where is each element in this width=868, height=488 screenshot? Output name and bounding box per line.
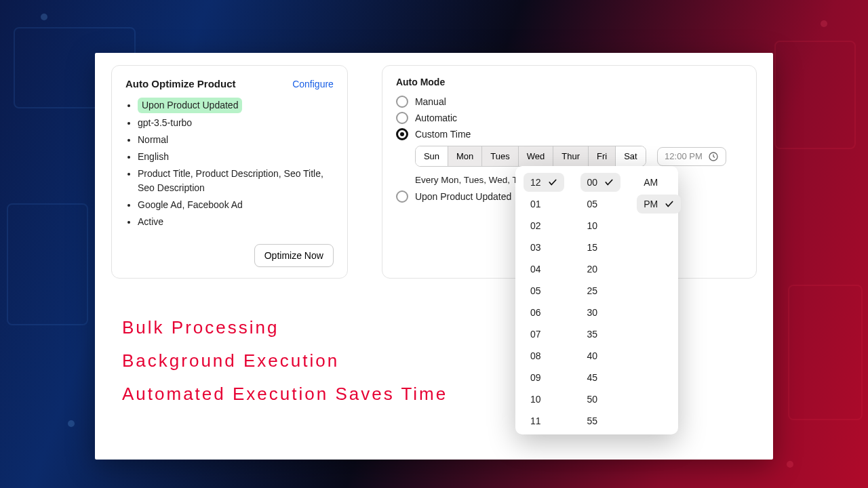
list-item: Active	[138, 215, 334, 229]
auto-optimize-list: Upon Product Updatedgpt-3.5-turboNormalE…	[125, 98, 334, 229]
check-icon	[665, 199, 674, 209]
hour-option-06[interactable]: 06	[524, 303, 564, 322]
radio-custom-time[interactable]: Custom Time	[396, 128, 743, 140]
day-wed[interactable]: Wed	[519, 146, 554, 166]
day-segmented-control: SunMonTuesWedThurFriSat	[415, 146, 646, 167]
hour-option-02[interactable]: 02	[524, 216, 564, 235]
time-input-value: 12:00 PM	[665, 151, 703, 161]
minute-option-15[interactable]: 15	[580, 238, 621, 257]
minute-option-05[interactable]: 05	[580, 195, 621, 214]
hour-option-03[interactable]: 03	[524, 238, 564, 257]
hour-option-05[interactable]: 05	[524, 281, 564, 300]
minute-option-25[interactable]: 25	[580, 281, 621, 300]
minute-option-45[interactable]: 45	[580, 368, 621, 387]
day-sun[interactable]: Sun	[416, 146, 448, 166]
promo-text: Bulk Processing Background Execution Aut…	[122, 305, 448, 417]
configure-link[interactable]: Configure	[292, 79, 334, 89]
list-item: Product Title, Product Description, Seo …	[138, 167, 334, 195]
hour-option-07[interactable]: 07	[524, 325, 564, 344]
minute-option-10[interactable]: 10	[580, 216, 621, 235]
time-input[interactable]: 12:00 PM	[657, 147, 726, 166]
hour-option-10[interactable]: 10	[524, 390, 564, 409]
hour-option-11[interactable]: 11	[524, 411, 564, 430]
radio-icon	[396, 128, 408, 140]
minute-option-35[interactable]: 35	[580, 325, 621, 344]
ampm-option-pm[interactable]: PM	[637, 195, 681, 214]
radio-label: Manual	[415, 96, 446, 107]
radio-label: Upon Product Updated	[415, 191, 511, 202]
minute-column: 000510152025303540455055	[580, 173, 621, 430]
hour-column: 120102030405060708091011	[524, 173, 564, 430]
highlight-pill: Upon Product Updated	[138, 98, 242, 113]
radio-icon	[396, 112, 408, 124]
day-mon[interactable]: Mon	[448, 146, 482, 166]
ampm-column: AMPM	[637, 173, 681, 430]
minute-option-30[interactable]: 30	[580, 303, 621, 322]
day-sat[interactable]: Sat	[616, 146, 646, 166]
optimize-now-button[interactable]: Optimize Now	[254, 244, 334, 267]
clock-icon	[708, 151, 719, 162]
minute-option-00[interactable]: 00	[580, 173, 621, 192]
auto-optimize-title: Auto Optimize Product	[125, 78, 236, 89]
ampm-option-am[interactable]: AM	[637, 173, 681, 192]
radio-label: Automatic	[415, 113, 457, 123]
minute-option-40[interactable]: 40	[580, 346, 621, 365]
radio-icon	[396, 190, 408, 203]
promo-line-1: Bulk Processing	[122, 317, 448, 338]
list-item: Google Ad, Facebook Ad	[138, 198, 334, 212]
day-tues[interactable]: Tues	[482, 146, 518, 166]
radio-label: Custom Time	[415, 129, 471, 140]
time-picker-dropdown: 120102030405060708091011 000510152025303…	[515, 166, 678, 434]
hour-option-09[interactable]: 09	[524, 368, 564, 387]
list-item: gpt-3.5-turbo	[138, 116, 334, 130]
list-item: Normal	[138, 133, 334, 147]
minute-option-55[interactable]: 55	[580, 411, 621, 430]
hour-option-12[interactable]: 12	[524, 173, 564, 192]
radio-icon	[396, 96, 408, 108]
minute-option-20[interactable]: 20	[580, 260, 621, 279]
promo-line-2: Background Execution	[122, 350, 448, 371]
hour-option-04[interactable]: 04	[524, 260, 564, 279]
promo-line-3: Automated Execution Saves Time	[122, 384, 448, 405]
minute-option-50[interactable]: 50	[580, 390, 621, 409]
auto-optimize-card: Auto Optimize Product Configure Upon Pro…	[111, 65, 348, 279]
radio-automatic[interactable]: Automatic	[396, 112, 743, 124]
auto-mode-title: Auto Mode	[396, 77, 743, 87]
hour-option-01[interactable]: 01	[524, 195, 564, 214]
check-icon	[604, 178, 614, 187]
day-thur[interactable]: Thur	[553, 146, 589, 166]
check-icon	[548, 178, 557, 187]
list-item: Upon Product Updated	[138, 98, 334, 113]
list-item: English	[138, 150, 334, 164]
hour-option-08[interactable]: 08	[524, 346, 564, 365]
day-fri[interactable]: Fri	[589, 146, 616, 166]
radio-manual[interactable]: Manual	[396, 96, 743, 108]
